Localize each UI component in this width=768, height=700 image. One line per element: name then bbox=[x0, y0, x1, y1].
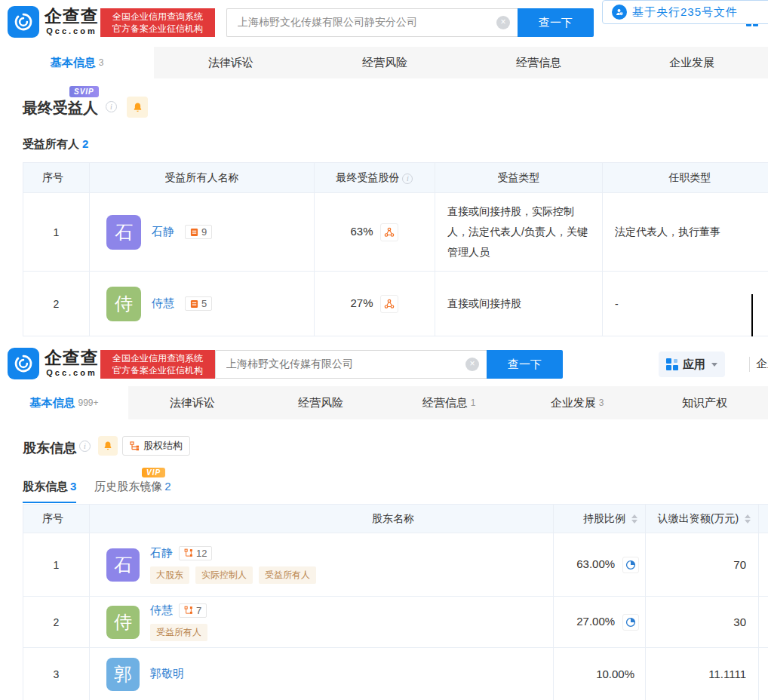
search-button[interactable]: 查一下 bbox=[487, 350, 563, 379]
table-row: 1 石 石静 bbox=[23, 193, 768, 272]
person-link[interactable]: 侍慧 bbox=[152, 296, 174, 311]
search-clear-icon[interactable]: × bbox=[465, 358, 479, 371]
tab-label: 基本信息 bbox=[29, 396, 75, 410]
amount-cell: 70 bbox=[646, 533, 759, 597]
equity-structure-label: 股权结构 bbox=[143, 439, 183, 453]
related-companies-badge[interactable]: 9 bbox=[185, 225, 212, 239]
tab-operating-risk[interactable]: 经营风险 bbox=[308, 47, 462, 78]
related-companies-badge[interactable]: 5 bbox=[185, 296, 212, 311]
share-cell: 63% bbox=[315, 193, 435, 272]
col-position-type: 任职类型 bbox=[603, 163, 768, 193]
tab-operating-info[interactable]: 经营信息 bbox=[462, 47, 616, 78]
person-link[interactable]: 郭敬明 bbox=[150, 667, 184, 681]
sort-icon bbox=[745, 514, 751, 523]
col-amount-label: 认缴出资额(万元) bbox=[658, 512, 739, 524]
col-shareholder-name: 股东名称 bbox=[90, 505, 554, 533]
col-ratio[interactable]: 持股比例 bbox=[554, 505, 646, 533]
brand-slogan: 全国企业信用查询系统 官方备案企业征信机构 bbox=[100, 350, 215, 379]
tab-legal[interactable]: 法律诉讼 bbox=[154, 47, 308, 78]
table-row: 2 侍 侍慧 bbox=[23, 272, 768, 336]
info-icon[interactable]: i bbox=[79, 441, 91, 452]
person-cell: 石 石静 9 bbox=[90, 193, 315, 272]
brand-domain: Qcc.com bbox=[44, 26, 100, 36]
col-benefit-type: 受益类型 bbox=[435, 163, 603, 193]
equity-graph-icon[interactable] bbox=[380, 295, 398, 313]
ratio-value: 27.00% bbox=[576, 614, 615, 627]
table-row: 1 石 石静 bbox=[23, 533, 768, 597]
tab-label: 法律诉讼 bbox=[208, 56, 253, 70]
search-clear-icon[interactable]: × bbox=[496, 16, 510, 29]
enterprise-link[interactable]: 企业 bbox=[756, 357, 768, 371]
tab-count: 3 bbox=[99, 57, 104, 68]
shareholder-table-wrap: 序号 股东名称 持股比例 认缴出资额(万元) bbox=[23, 504, 768, 700]
equity-penetration-badge[interactable]: 7 bbox=[179, 603, 207, 618]
slogan-line1: 全国企业信用查询系统 bbox=[105, 11, 210, 23]
beneficiary-owner-label: 受益所有人2 bbox=[23, 137, 88, 152]
brand-text[interactable]: 企查查 Qcc.com bbox=[44, 6, 100, 36]
tab-operating-risk[interactable]: 经营风险 bbox=[257, 386, 385, 419]
search-input[interactable] bbox=[215, 350, 487, 379]
apps-label: 应用 bbox=[683, 358, 705, 372]
col-amount[interactable]: 认缴出资额(万元) bbox=[646, 505, 759, 533]
info-icon[interactable]: i bbox=[106, 101, 117, 112]
col-index: 序号 bbox=[23, 505, 90, 533]
tab-label: 经营信息 bbox=[516, 56, 561, 70]
pie-chart-icon[interactable] bbox=[622, 614, 639, 631]
network-icon bbox=[184, 548, 193, 557]
tab-legal[interactable]: 法律诉讼 bbox=[128, 386, 257, 419]
shareholder-table: 序号 股东名称 持股比例 认缴出资额(万元) bbox=[23, 504, 768, 700]
label-text: 受益所有人 bbox=[23, 137, 79, 150]
tag-actual-controller: 实际控制人 bbox=[195, 566, 253, 584]
tab-label: 企业发展 bbox=[669, 56, 714, 70]
person-link[interactable]: 石静 bbox=[152, 225, 174, 239]
tab-label: 经营风险 bbox=[362, 56, 407, 70]
monitor-bell-button[interactable] bbox=[98, 436, 118, 456]
equity-structure-button[interactable]: 股权结构 bbox=[122, 436, 190, 456]
brand-text[interactable]: 企查查 Qcc.com bbox=[44, 348, 100, 378]
row-index: 1 bbox=[23, 533, 90, 597]
shareholder-subtabs: 股东信息3 历史股东镜像2 bbox=[23, 480, 171, 503]
badge-count: 7 bbox=[196, 605, 201, 616]
tag-major-shareholder: 大股东 bbox=[150, 566, 189, 584]
ratio-cell: 10.00% bbox=[554, 648, 646, 700]
tag-beneficial-owner: 受益所有人 bbox=[259, 566, 316, 584]
share-value: 27% bbox=[351, 296, 373, 309]
tab-operating-info[interactable]: 经营信息 1 bbox=[385, 386, 513, 419]
slogan-line2: 官方备案企业征信机构 bbox=[105, 23, 210, 35]
col-index: 序号 bbox=[23, 163, 90, 193]
qcc-logo-icon[interactable] bbox=[8, 348, 39, 379]
tab-basic-info[interactable]: 基本信息 3 bbox=[0, 47, 154, 78]
apps-grid-icon bbox=[666, 358, 678, 370]
tab-label: 知识产权 bbox=[682, 396, 727, 410]
apps-dropdown-button[interactable]: 应用 bbox=[659, 352, 725, 377]
pie-chart-icon[interactable] bbox=[622, 557, 639, 573]
brand-name: 企查查 bbox=[44, 6, 100, 26]
qcc-logo-icon[interactable] bbox=[8, 6, 39, 38]
network-icon bbox=[184, 606, 193, 615]
bell-icon bbox=[132, 102, 143, 113]
sort-icon bbox=[631, 514, 637, 523]
subtab-shareholders[interactable]: 股东信息3 bbox=[23, 480, 76, 503]
bell-icon bbox=[103, 441, 113, 451]
table-header-row: 序号 股东名称 持股比例 认缴出资额(万元) bbox=[23, 505, 768, 533]
info-icon[interactable]: i bbox=[402, 173, 413, 184]
table-header-row: 序号 受益所有人名称 最终受益股份 i 受益类型 任职类型 bbox=[23, 163, 768, 193]
tab-intellectual-property[interactable]: 知识产权 bbox=[641, 386, 768, 419]
tab-company-development[interactable]: 企业发展 3 bbox=[513, 386, 641, 419]
vip-badge: VIP bbox=[142, 468, 165, 477]
equity-graph-icon[interactable] bbox=[380, 223, 398, 241]
person-link[interactable]: 石静 bbox=[150, 546, 173, 560]
search-box: × bbox=[226, 8, 518, 37]
tab-company-development[interactable]: 企业发展 bbox=[616, 47, 768, 78]
pboc-doc-link[interactable]: ¥ 基于央行235号文件 bbox=[602, 0, 768, 24]
benefit-type-cell: 直接或间接持股 bbox=[435, 272, 603, 336]
monitor-bell-button[interactable] bbox=[127, 97, 148, 118]
header-divider bbox=[749, 357, 750, 372]
search-input[interactable] bbox=[226, 8, 518, 37]
tab-basic-info[interactable]: 基本信息 999+ bbox=[0, 386, 128, 419]
equity-penetration-badge[interactable]: 12 bbox=[179, 546, 212, 560]
search-button[interactable]: 查一下 bbox=[518, 8, 594, 37]
person-link[interactable]: 侍慧 bbox=[150, 603, 173, 618]
subtab-history-mirror[interactable]: 历史股东镜像2 bbox=[94, 480, 170, 503]
tag-beneficial-owner: 受益所有人 bbox=[150, 624, 207, 641]
